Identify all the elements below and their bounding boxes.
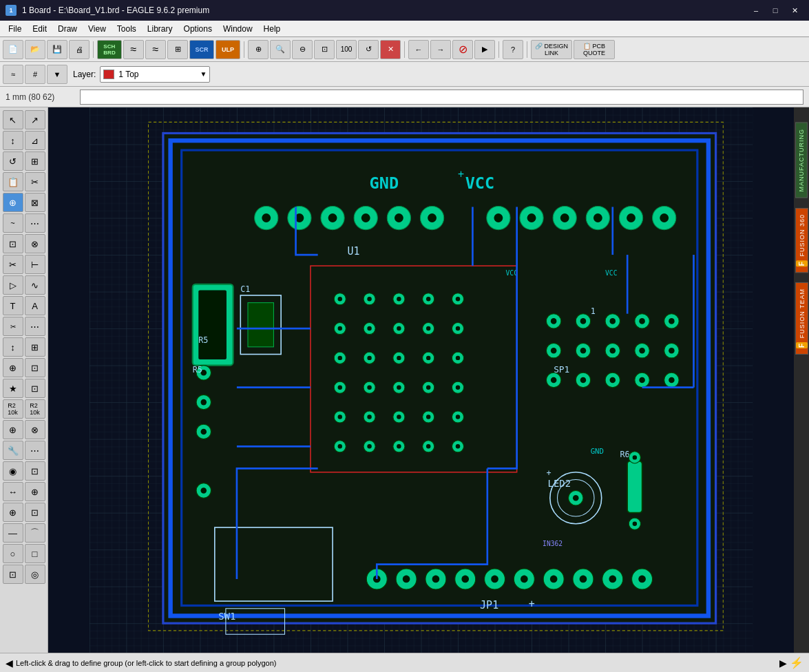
manufacturing-label: MANUFACTURING [798,129,805,192]
menu-item-tools[interactable]: Tools [112,23,142,35]
prev-arrow[interactable]: ◀ [6,658,13,669]
stop-button[interactable]: ✕ [380,40,401,59]
move-button[interactable]: ↕ [3,131,23,150]
menu-item-options[interactable]: Options [178,23,218,35]
svg-point-112 [580,318,587,324]
open-button[interactable]: 📂 [25,40,45,59]
pcb-canvas[interactable]: GND + VCC [48,107,794,653]
attr-button[interactable]: ⋯ [25,441,45,460]
signal-button[interactable]: ∿ [25,275,45,295]
ratsnest-button[interactable]: ⋯ [25,317,45,336]
layers-button[interactable]: ⊞ [167,40,188,59]
manufacturing-tab[interactable]: MANUFACTURING [795,123,808,198]
select-button[interactable]: ↖ [3,110,23,129]
polygon-button[interactable]: ✂ [3,317,23,336]
drc3-button[interactable]: ⊕ [3,503,23,522]
menu-item-draw[interactable]: Draw [52,23,83,35]
canvas-area[interactable]: GND + VCC [48,107,794,653]
name-button[interactable]: ◉ [3,461,23,481]
rect2-button[interactable]: □ [25,544,45,563]
new-button[interactable]: 📄 [3,40,23,59]
drc-button[interactable]: SCR [189,40,214,59]
stop2-button[interactable]: ⊘ [452,40,473,59]
netlabel-button[interactable]: ⊗ [25,234,45,253]
back-button[interactable]: ← [408,40,429,59]
text2-button[interactable]: A [25,296,45,315]
minimize-button[interactable]: – [747,3,765,17]
forward-button[interactable]: → [430,40,451,59]
junction-button[interactable]: ⊡ [3,234,23,253]
fusion-team-tab[interactable]: F FUSION TEAM [795,282,808,355]
signal-integrity-button[interactable]: ≈ [123,40,144,59]
menu-item-window[interactable]: Window [218,23,258,35]
menu-item-view[interactable]: View [83,23,112,35]
next-arrow[interactable]: ▶ [779,658,787,669]
circle-button[interactable]: ○ [3,544,23,563]
value-button[interactable]: ⊡ [25,461,45,481]
rotate-button[interactable]: ⊿ [25,131,45,150]
command-input[interactable] [80,90,803,105]
select2-button[interactable]: ↗ [25,110,45,129]
help-button[interactable]: ? [503,40,523,59]
wire-button[interactable]: ~ [3,213,23,233]
line-button[interactable]: — [3,523,23,543]
ulp-button[interactable]: ULP [216,40,240,59]
ripup-button[interactable]: ⊞ [25,337,45,357]
info-button[interactable]: 🔧 [3,441,23,460]
zoom-in-button[interactable]: 🔍 [270,40,291,59]
hole-button[interactable]: ◎ [25,565,45,584]
design-link-button[interactable]: 🔗 DESIGNLINK [531,40,572,59]
svg-point-98 [456,414,460,419]
add3-button[interactable]: ⊕ [3,420,23,439]
del3-button[interactable]: ⊗ [25,420,45,439]
align-button[interactable]: ↔ [3,482,23,501]
via-button[interactable]: ⊕ [3,358,23,377]
delete-button[interactable]: ⊠ [25,193,45,212]
smash-button[interactable]: ⊢ [25,255,45,274]
fusion360-tab[interactable]: F FUSION 360 [795,208,808,273]
star-button[interactable]: ★ [3,379,23,398]
text-button[interactable]: T [3,296,23,315]
arc-button[interactable]: ⌒ [25,523,45,543]
close-button[interactable]: ✕ [786,3,803,17]
pcb-quote-button[interactable]: 📋 PCBQUOTE [574,40,615,59]
maximize-button[interactable]: □ [766,3,784,17]
menu-item-edit[interactable]: Edit [27,23,52,35]
zoom-out-button[interactable]: ⊖ [292,40,313,59]
save-button[interactable]: 💾 [47,40,67,59]
add-button[interactable]: ⊕ [3,193,23,212]
refresh-button[interactable]: ↺ [358,40,379,59]
filter-button[interactable]: ≈ [3,65,23,84]
dim-button[interactable]: ⊡ [3,565,23,584]
layer-filter-button[interactable]: ▼ [47,65,67,84]
rect-button[interactable]: ⊡ [25,379,45,398]
r2-button[interactable]: R210k [3,399,23,419]
layer-name: 1 Top [118,70,138,79]
mirror-button[interactable]: ▷ [3,275,23,295]
print-button[interactable]: 🖨 [69,40,90,59]
erc-button[interactable]: ⊡ [25,503,45,522]
copy-button[interactable]: 📋 [3,172,23,191]
sch-brd-button[interactable]: SCHBRD [97,40,122,59]
menu-item-help[interactable]: Help [258,23,286,35]
cut-button[interactable]: ✂ [25,172,45,191]
layer-dropdown[interactable]: 1 Top ▼ [100,66,210,83]
play-button[interactable]: ▶ [474,40,495,59]
group-button[interactable]: ⊞ [25,151,45,171]
menu-item-file[interactable]: File [3,23,27,35]
zoom-sel-button[interactable]: ⊡ [314,40,335,59]
undo-button[interactable]: ↺ [3,151,23,171]
pad-button[interactable]: ⊡ [25,358,45,377]
signal2-button[interactable]: ≈ [145,40,166,59]
route-button[interactable]: ↕ [3,337,23,357]
opt-button[interactable]: ⊕ [25,482,45,501]
split-button[interactable]: ✂ [3,255,23,274]
toolbar1: 📄 📂 💾 🖨 SCHBRD ≈ ≈ ⊞ SCR ULP ⊕ 🔍 ⊖ ⊡ 100… [0,37,809,62]
r3-button[interactable]: R210k [25,399,45,419]
bus-button[interactable]: ⋯ [25,213,45,233]
zoom-fit-button[interactable]: ⊕ [248,40,269,59]
menu-item-library[interactable]: Library [142,23,178,35]
zoom-100-button[interactable]: 100 [336,40,357,59]
grid-button[interactable]: # [25,65,45,84]
svg-point-32 [660,213,669,222]
